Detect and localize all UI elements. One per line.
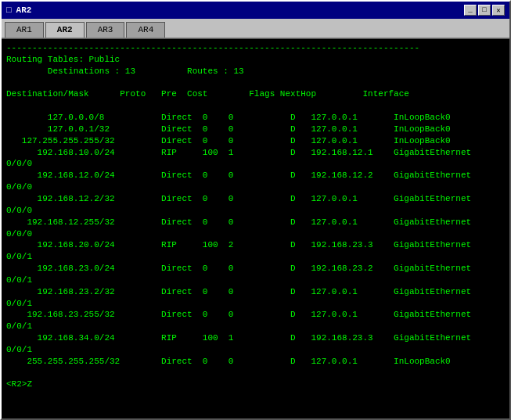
title-bar-left: □ AR2 — [6, 5, 31, 15]
row-7b: 0/0/1 — [6, 252, 32, 261]
row-3: 192.168.10.0/24 RIP 100 1 D 192.168.12.1… — [6, 148, 471, 157]
row-9b: 0/0/1 — [6, 299, 32, 308]
row-6b: 0/0/0 — [6, 229, 32, 239]
column-header: Destination/Mask Proto Pre Cost Flags Ne… — [6, 89, 409, 99]
window-icon: □ — [6, 5, 12, 15]
row-4: 192.168.12.0/24 Direct 0 0 D 192.168.12.… — [6, 171, 471, 180]
row-10: 192.168.23.255/32 Direct 0 0 D 127.0.0.1… — [6, 310, 471, 319]
terminal-output[interactable]: ----------------------------------------… — [2, 39, 509, 418]
row-4b: 0/0/0 — [6, 182, 32, 192]
row-10b: 0/0/1 — [6, 321, 32, 331]
window-title: AR2 — [16, 5, 32, 15]
tab-AR4[interactable]: AR4 — [126, 22, 165, 38]
row-8: 192.168.23.0/24 Direct 0 0 D 192.168.23.… — [6, 264, 471, 273]
row-11: 192.168.34.0/24 RIP 100 1 D 192.168.23.3… — [6, 333, 471, 343]
row-0: 127.0.0.0/8 Direct 0 0 D 127.0.0.1 InLoo… — [6, 113, 451, 122]
row-2: 127.255.255.255/32 Direct 0 0 D 127.0.0.… — [6, 136, 451, 145]
row-9: 192.168.23.2/32 Direct 0 0 D 127.0.0.1 G… — [6, 287, 471, 296]
row-8b: 0/0/1 — [6, 275, 32, 285]
header-line1: Routing Tables: Public — [6, 55, 120, 64]
tab-AR3[interactable]: AR3 — [86, 22, 125, 38]
row-6: 192.168.12.255/32 Direct 0 0 D 127.0.0.1… — [6, 217, 471, 227]
row-5b: 0/0/0 — [6, 206, 32, 215]
row-12: 255.255.255.255/32 Direct 0 0 D 127.0.0.… — [6, 357, 451, 366]
header-line2: Destinations : 13 Routes : 13 — [6, 66, 244, 76]
main-window: □ AR2 _ □ ✕ AR1 AR2 AR3 AR4 ------------… — [0, 0, 511, 420]
maximize-button[interactable]: □ — [478, 5, 491, 16]
row-5: 192.168.12.2/32 Direct 0 0 D 127.0.0.1 G… — [6, 194, 471, 203]
tab-AR2[interactable]: AR2 — [45, 22, 85, 38]
row-1: 127.0.0.1/32 Direct 0 0 D 127.0.0.1 InLo… — [6, 124, 451, 134]
title-bar: □ AR2 _ □ ✕ — [2, 2, 509, 19]
close-button[interactable]: ✕ — [492, 5, 505, 16]
title-bar-controls: _ □ ✕ — [464, 5, 505, 16]
row-7: 192.168.20.0/24 RIP 100 2 D 192.168.23.3… — [6, 240, 471, 249]
row-11b: 0/0/1 — [6, 345, 32, 354]
divider-line: ----------------------------------------… — [6, 43, 419, 52]
minimize-button[interactable]: _ — [464, 5, 477, 16]
tab-AR1[interactable]: AR1 — [5, 22, 44, 38]
tab-bar: AR1 AR2 AR3 AR4 — [2, 19, 509, 38]
row-3b: 0/0/0 — [6, 159, 32, 168]
prompt[interactable]: <R2>Z — [6, 379, 32, 389]
